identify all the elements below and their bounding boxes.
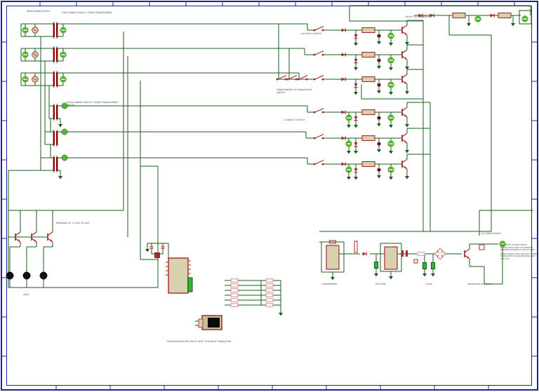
label-psu-filter: FILTER — [426, 283, 432, 285]
resistor-row[interactable] — [225, 299, 281, 302]
resistor-network — [225, 279, 283, 316]
diode-block[interactable] — [406, 250, 408, 257]
capacitor[interactable] — [422, 263, 426, 269]
capacitor[interactable] — [374, 262, 378, 269]
capacitor[interactable] — [161, 246, 165, 249]
indicator-led[interactable] — [346, 115, 352, 121]
label-psu-rectifier: RECTIFIER — [375, 283, 385, 285]
diode[interactable] — [363, 252, 367, 256]
ground-symbol[interactable] — [347, 123, 351, 128]
transformer[interactable] — [53, 104, 58, 121]
transistor[interactable] — [48, 227, 53, 247]
indicator-led[interactable] — [475, 16, 481, 22]
label-psu-transformer: TRANSFORMER — [321, 283, 337, 285]
indicator-led[interactable] — [346, 167, 352, 173]
microcontroller-section — [145, 243, 283, 330]
schematic-canvas: MAINS POWER SUPPLY STAR CONNECTION OF 3 … — [0, 0, 539, 392]
display-module[interactable] — [195, 316, 222, 330]
resistor[interactable] — [418, 252, 425, 255]
transistor[interactable] — [465, 244, 470, 264]
label-select-mid: L-N SELECT SWITCH — [284, 119, 305, 121]
diode-block[interactable] — [401, 250, 404, 257]
psu-transformer-block[interactable] — [326, 245, 339, 269]
ground-symbol[interactable] — [467, 21, 471, 27]
capacitor[interactable] — [431, 263, 434, 269]
resistor-row[interactable] — [225, 304, 281, 306]
resistor-row[interactable] — [225, 284, 281, 287]
driver-row[interactable] — [312, 69, 409, 95]
ground-symbol[interactable] — [511, 21, 515, 27]
ground-symbol[interactable] — [422, 271, 427, 277]
ground-symbol[interactable] — [431, 271, 435, 277]
indicator-led[interactable] — [522, 16, 528, 22]
label-dc-supply: DC POWER SUPPLY — [481, 232, 501, 235]
ground-symbol[interactable] — [279, 311, 283, 316]
wires-load[interactable] — [8, 32, 158, 288]
diode[interactable] — [491, 14, 495, 18]
sheet-inner-border — [7, 6, 532, 386]
label-mains: MAINS POWER SUPPLY — [27, 10, 51, 13]
ground-symbol[interactable] — [58, 122, 62, 128]
resistor[interactable] — [498, 13, 511, 18]
ground-symbol[interactable] — [347, 149, 351, 154]
driver-row[interactable] — [312, 102, 409, 128]
diode-square[interactable] — [414, 259, 418, 263]
phase-row[interactable] — [21, 71, 66, 88]
driver-row[interactable] — [312, 45, 409, 71]
wires-delta-bank[interactable] — [41, 36, 312, 174]
capacitor[interactable] — [150, 246, 154, 249]
sheet-reference-ticks — [1, 1, 537, 390]
ground-symbol[interactable] — [145, 247, 149, 252]
sheet-outer-border — [1, 1, 538, 390]
label-psu-tswitch: TRANSISTOR AS SWITCH — [467, 283, 491, 285]
ground-symbol[interactable] — [331, 275, 335, 281]
label-delta-2: (DELTA) — [67, 104, 74, 107]
header-connector[interactable] — [188, 278, 192, 292]
driver-row[interactable] — [312, 20, 409, 46]
label-breakage: BREAKAGE OF 13 VOLT 45 VOLT — [56, 222, 90, 224]
relay-driver-rows — [312, 20, 430, 231]
label-star: STAR CONNECTION OF 3 PHASE TRANSFORMER — [62, 11, 112, 14]
transformer[interactable] — [53, 130, 58, 147]
transformer[interactable] — [53, 156, 58, 173]
note-line: POWERED AROUND 12 VOLT 45 OHM — [500, 249, 534, 251]
lamp[interactable] — [23, 272, 30, 279]
ground-symbol[interactable] — [58, 174, 62, 180]
phase-row[interactable] — [21, 46, 66, 63]
label-load: LOAD — [23, 293, 29, 296]
phase-row[interactable] — [21, 22, 66, 39]
wires-star-outputs[interactable] — [63, 24, 312, 79]
resistor-row[interactable] — [225, 289, 281, 292]
lamp[interactable] — [6, 272, 13, 279]
microcontroller-ic[interactable] — [168, 258, 188, 293]
label-select-top: L-N SELECT SWITCH — [300, 32, 321, 35]
note-line: VOLT BUS — [500, 258, 510, 260]
resistor-vertical[interactable] — [354, 241, 357, 252]
driver-row[interactable] — [312, 128, 409, 154]
delta-transformer-bank — [41, 36, 312, 180]
driver-row[interactable] — [312, 154, 409, 180]
label-changeover-2: SWITCH — [277, 91, 285, 94]
note-block: THIS POINT TO LOAD CIRCUIT POWER CIRCUIT… — [500, 244, 538, 260]
crystal[interactable] — [155, 253, 160, 258]
psu-rectifier-block[interactable] — [385, 247, 397, 269]
dc-power-supply — [319, 241, 505, 281]
transistor-package[interactable] — [479, 245, 484, 250]
ground-symbol[interactable] — [389, 274, 393, 280]
lamp[interactable] — [40, 272, 47, 279]
bridge-rectifier[interactable] — [434, 248, 446, 259]
resistor-row[interactable] — [225, 294, 281, 297]
ground-symbol[interactable] — [347, 175, 351, 180]
resistor-row[interactable] — [225, 279, 281, 282]
star-transformer-bank — [21, 22, 312, 88]
load-section — [6, 32, 158, 288]
wires-psu[interactable] — [319, 242, 498, 275]
label-relay: RELAY TO CHANGEOVER — [406, 15, 432, 18]
ground-symbol[interactable] — [374, 271, 378, 277]
label-mcu-caption: MICROCONTROLLER CIRCUIT SENT TO BASE OF … — [167, 340, 231, 343]
indicator-led[interactable] — [346, 141, 352, 147]
resistor[interactable] — [453, 13, 465, 18]
